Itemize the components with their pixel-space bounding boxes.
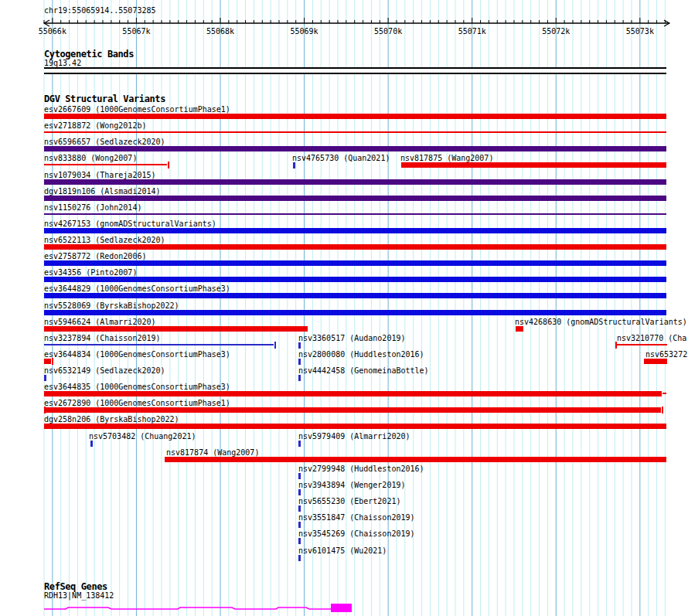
variant-bar[interactable] xyxy=(165,457,666,462)
variant-end-tick xyxy=(44,407,46,414)
variant-line[interactable] xyxy=(44,164,167,165)
gene-label[interactable]: RDH13|NM_138412 xyxy=(44,591,114,600)
variant-bar[interactable] xyxy=(44,179,666,185)
variant-bar[interactable] xyxy=(44,293,666,298)
variant-end-tick xyxy=(168,162,169,168)
variant-label[interactable]: esv3644829 (1000GenomesConsortiumPhase3) xyxy=(44,284,230,293)
tick-label: 55068k xyxy=(206,27,234,36)
variant-tick[interactable] xyxy=(298,473,301,479)
variant-label[interactable]: nsv2799948 (Huddleston2016) xyxy=(298,465,424,473)
variant-tick[interactable] xyxy=(298,342,301,349)
section-title-dgv: DGV Structural Variants xyxy=(44,94,165,104)
variant-label[interactable]: nsv5655230 (Ebert2021) xyxy=(298,497,400,505)
variant-tick[interactable] xyxy=(298,359,301,365)
variant-label[interactable]: nsv5979409 (Almarri2020) xyxy=(298,432,410,441)
genome-browser-view: chr19:55065914..55073285 55066k55067k550… xyxy=(0,0,688,616)
variant-tick[interactable] xyxy=(298,441,301,447)
variant-label[interactable]: nsv1150276 (John2014) xyxy=(44,203,141,212)
variant-box[interactable] xyxy=(516,326,523,332)
variant-end-tick xyxy=(52,358,53,365)
tick-label: 55069k xyxy=(291,27,318,36)
variant-label[interactable]: nsv5703482 (Chuang2021) xyxy=(89,432,196,441)
variant-end-tick xyxy=(662,407,663,414)
variant-label[interactable]: nsv3210770 (Cha xyxy=(617,334,686,342)
variant-tick[interactable] xyxy=(90,441,93,447)
variant-label[interactable]: nsv817875 (Wang2007) xyxy=(400,154,493,162)
tick-label: 55067k xyxy=(122,27,150,36)
variant-bar[interactable] xyxy=(401,162,666,168)
variant-label[interactable]: nsv833880 (Wong2007) xyxy=(44,154,137,162)
variant-label[interactable]: esv2672890 (1000GenomesConsortiumPhase1) xyxy=(44,399,230,407)
variant-label[interactable]: nsv817874 (Wang2007) xyxy=(166,448,259,457)
variant-tick[interactable] xyxy=(298,489,301,495)
variant-tick[interactable] xyxy=(298,538,301,544)
variant-label[interactable]: nsv4765730 (Quan2021) xyxy=(292,154,390,162)
variant-tick[interactable] xyxy=(298,555,301,561)
cytoband-band[interactable] xyxy=(44,67,666,74)
variant-label[interactable]: nsv4442458 (GenomeinaBottle) xyxy=(298,366,429,375)
variant-bar[interactable] xyxy=(44,424,666,429)
tick-label: 55071k xyxy=(458,27,486,36)
cytoband-label[interactable]: 19q13.42 xyxy=(44,59,81,67)
variant-tick[interactable] xyxy=(44,375,46,381)
variant-label[interactable]: nsv3237894 (Chaisson2019) xyxy=(44,334,161,342)
variant-label[interactable]: nsv1079034 (Thareja2015) xyxy=(44,171,156,179)
variant-label[interactable]: nsv5946624 (Almarri2020) xyxy=(44,318,156,326)
variant-bar[interactable] xyxy=(46,407,661,413)
variant-label[interactable]: esv2667609 (1000GenomesConsortiumPhase1) xyxy=(44,105,230,114)
tick-label: 55072k xyxy=(542,27,570,36)
variant-box[interactable] xyxy=(44,359,51,364)
variant-bar[interactable] xyxy=(44,146,666,151)
region-title: chr19:55065914..55073285 xyxy=(44,6,156,15)
tick-label: 55066k xyxy=(39,27,66,36)
variant-label[interactable]: nsv2800080 (Huddleston2016) xyxy=(298,350,424,359)
variant-label[interactable]: nsv6522113 (Sedlazeck2020) xyxy=(44,236,165,244)
variant-label[interactable]: esv34356 (Pinto2007) xyxy=(44,268,137,277)
variant-label[interactable]: dgv1819n106 (Alsmadi2014) xyxy=(44,187,161,196)
variant-line[interactable] xyxy=(44,344,274,345)
variant-label[interactable]: nsv6532725 xyxy=(645,350,688,359)
variant-label[interactable]: nsv3551847 (Chaisson2019) xyxy=(298,513,415,522)
section-title-cytobands: Cytogenetic Bands xyxy=(44,49,134,60)
variant-label[interactable]: esv3644835 (1000GenomesConsortiumPhase3) xyxy=(44,383,230,391)
variant-label[interactable]: nsv3545269 (Chaisson2019) xyxy=(298,529,415,538)
variant-line[interactable] xyxy=(617,344,667,345)
variant-tick[interactable] xyxy=(298,375,301,381)
section-title-refseq: RefSeq Genes xyxy=(44,581,107,592)
variant-line[interactable] xyxy=(44,213,666,215)
variant-label[interactable]: nsv4268630 (gnomADStructuralVariants) xyxy=(515,318,687,326)
variant-label[interactable]: esv2758772 (Redon2006) xyxy=(44,252,146,260)
variant-bar[interactable] xyxy=(44,114,666,119)
variant-label[interactable]: nsv3943894 (Wenger2019) xyxy=(298,481,405,489)
variant-tick[interactable] xyxy=(298,522,301,528)
variant-bar[interactable] xyxy=(44,260,666,266)
variant-label[interactable]: esv3644834 (1000GenomesConsortiumPhase3) xyxy=(44,350,230,359)
variant-bar[interactable] xyxy=(44,391,662,396)
variant-bar[interactable] xyxy=(44,244,666,250)
variant-bar[interactable] xyxy=(44,310,666,315)
variant-bar[interactable] xyxy=(44,326,308,332)
variant-label[interactable]: esv2718872 (Wong2012b) xyxy=(44,121,146,130)
tick-label: 55073k xyxy=(626,27,654,36)
variant-bar[interactable] xyxy=(44,228,666,233)
gene-model[interactable] xyxy=(0,598,688,616)
variant-stub-line xyxy=(662,393,666,394)
variant-label[interactable]: nsv6532149 (Sedlazeck2020) xyxy=(44,366,165,375)
variant-end-tick xyxy=(274,342,276,349)
variant-label[interactable]: nsv5528069 (ByrskaBishop2022) xyxy=(44,301,179,310)
variant-label[interactable]: nsv6596657 (Sedlazeck2020) xyxy=(44,138,165,146)
variant-label[interactable]: dgv258n206 (ByrskaBishop2022) xyxy=(44,415,179,424)
variant-bar[interactable] xyxy=(644,359,667,364)
variant-bar[interactable] xyxy=(44,277,666,282)
variant-bar[interactable] xyxy=(44,196,666,201)
variant-label[interactable]: nsv6101475 (Wu2021) xyxy=(298,546,387,555)
variant-label[interactable]: nsv4267153 (gnomADStructuralVariants) xyxy=(44,220,216,228)
variant-label[interactable]: nsv3360517 (Audano2019) xyxy=(298,334,405,342)
variant-end-tick xyxy=(615,342,617,349)
variant-line[interactable] xyxy=(44,131,666,133)
tick-label: 55070k xyxy=(374,27,402,36)
variant-tick[interactable] xyxy=(298,505,301,512)
variant-tick[interactable] xyxy=(293,162,295,168)
